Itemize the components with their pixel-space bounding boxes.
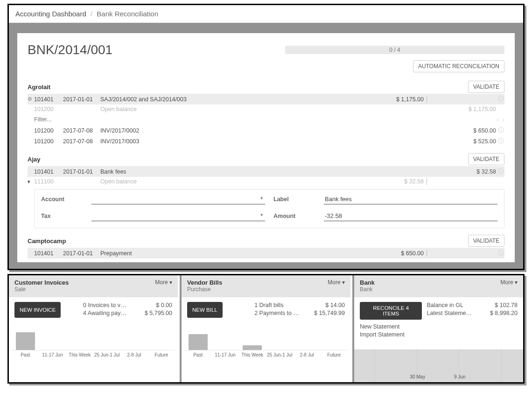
gear-icon[interactable] <box>28 96 34 102</box>
chart-xlabel: This Week <box>239 352 266 357</box>
info-icon[interactable] <box>497 137 504 145</box>
form-label-account: Account <box>41 196 83 203</box>
statement-line[interactable]: 101401 2017-01-01 Prepayment $ 650.00 <box>28 248 504 259</box>
info-icon[interactable] <box>497 126 504 134</box>
statement-name: BNK/2014/001 <box>28 42 112 57</box>
partner-name: Camptocamp <box>28 238 66 245</box>
filter-input[interactable] <box>34 116 90 123</box>
stat-value: $ 0.00 <box>138 302 172 308</box>
card-stats: Balance in GL$ 102.78 Latest Stateme…$ 8… <box>427 302 518 320</box>
partner-block: Camptocamp VALIDATE 101401 2017-01-01 Pr… <box>28 235 504 259</box>
breadcrumb-root[interactable]: Accounting Dashboard <box>15 10 86 18</box>
validate-button[interactable]: VALIDATE <box>468 153 504 165</box>
stat-label[interactable]: 1 Draft bills <box>254 302 284 308</box>
form-label-label: Label <box>273 196 315 203</box>
stat-label[interactable]: 0 Invoices to v… <box>83 302 126 308</box>
line-amount: $ 650.00 <box>376 250 427 257</box>
stat-label[interactable]: Balance in GL <box>427 302 463 308</box>
stat-label[interactable]: 4 Awaiting pay… <box>83 310 126 316</box>
chart-xlabel: 9 Jun <box>439 374 481 379</box>
line-date: 2017-01-01 <box>63 96 100 103</box>
card-subtitle: Bank <box>360 286 375 293</box>
filter-row: ‹ › <box>28 114 504 125</box>
progress-bar: 0 / 4 <box>285 46 504 54</box>
statement-line[interactable]: 101401 2017-01-01 Bank fees $ 32.58 <box>28 166 504 177</box>
stat-label[interactable]: 2 Payments to … <box>254 310 299 316</box>
open-balance-line: ▾ 111100 Open balance $ 32.58 <box>28 177 504 186</box>
match-line[interactable]: 101200 2017-07-08 INV/2017/0003 $ 525.00 <box>28 136 504 147</box>
card-subtitle: Sale <box>14 286 69 293</box>
account-field[interactable] <box>91 194 265 204</box>
line-amount: $ 1,175.00 <box>376 96 427 103</box>
line-amount-right: $ 1,175.00 <box>427 106 497 112</box>
bank-links: New Statement Import Statement <box>360 323 518 339</box>
import-statement-link[interactable]: Import Statement <box>360 331 518 338</box>
card-vendor-bills: Vendor Bills Purchase More ▾ NEW BILL 1 … <box>180 275 350 382</box>
new-bill-button[interactable]: NEW BILL <box>187 302 223 318</box>
info-icon[interactable] <box>497 168 504 175</box>
open-balance-line: 101200 Open balance $ 1,175.00 <box>28 105 504 114</box>
reconciliation-sheet: BNK/2014/001 0 / 4 AUTOMATIC RECONCILIAT… <box>17 33 515 262</box>
chart-xlabel: 30 May <box>397 374 439 379</box>
more-menu[interactable]: More ▾ <box>500 279 518 286</box>
caret-down-icon[interactable]: ▾ <box>28 179 34 185</box>
chart-xlabel <box>354 374 397 379</box>
label-field[interactable] <box>324 194 497 204</box>
info-icon[interactable] <box>497 249 504 257</box>
line-date: 2017-07-08 <box>63 138 100 145</box>
account-code: 101401 <box>34 250 63 257</box>
line-date: 2017-01-01 <box>63 168 100 175</box>
dashboard: Customer Invoices Sale More ▾ NEW INVOIC… <box>9 275 523 382</box>
card-bank: Bank Bank More ▾ RECONCILE 4 ITEMS Balan… <box>352 275 523 382</box>
card-subtitle: Purchase <box>187 286 222 293</box>
line-amount: $ 32.58 <box>376 178 427 185</box>
card-title: Vendor Bills <box>187 279 222 286</box>
line-desc: INV/2017/0002 <box>100 127 376 134</box>
match-line[interactable]: 101200 2017-07-08 INV/2017/0002 $ 650.00 <box>28 125 504 136</box>
breadcrumb-separator: / <box>91 10 92 18</box>
new-invoice-button[interactable]: NEW INVOICE <box>14 302 61 318</box>
bar-chart: Past11-17 JunThis Week25 Jun-1 Jul2-8 Ju… <box>12 330 175 363</box>
line-amount-right: $ 32.58 <box>427 168 497 175</box>
card-customer-invoices: Customer Invoices Sale More ▾ NEW INVOIC… <box>9 275 178 382</box>
account-code: 111100 <box>34 178 63 185</box>
stat-value: $ 102.78 <box>483 302 518 308</box>
content-band: BNK/2014/001 0 / 4 AUTOMATIC RECONCILIAT… <box>9 23 523 269</box>
amount-field[interactable] <box>324 211 497 221</box>
new-statement-link[interactable]: New Statement <box>360 323 518 330</box>
account-code: 101401 <box>34 168 63 175</box>
partner-block: Ajay VALIDATE 101401 2017-01-01 Bank fee… <box>28 153 504 228</box>
automatic-reconciliation-button[interactable]: AUTOMATIC RECONCILIATION <box>413 60 504 72</box>
caret-down-icon: ▾ <box>342 279 345 286</box>
validate-button[interactable]: VALIDATE <box>468 235 504 247</box>
statement-line[interactable]: 101401 2017-01-01 SAJ/2014/002 and SAJ/2… <box>28 94 504 105</box>
partner-name: Ajay <box>28 156 40 163</box>
line-desc: Open balance <box>100 178 376 185</box>
bar <box>189 334 208 350</box>
stat-value: $ 8,998.20 <box>483 310 518 316</box>
chart-xlabel: 11-17 Jun <box>39 352 66 357</box>
chart-xlabel: This Week <box>66 352 93 357</box>
pager-next-icon[interactable]: › <box>502 116 504 123</box>
reconcile-button[interactable]: RECONCILE 4 ITEMS <box>360 302 422 320</box>
card-stats: 1 Draft bills$ 14.00 2 Payments to …$ 15… <box>254 302 345 318</box>
line-desc: SAJ/2014/002 and SAJ/2014/003 <box>100 96 376 103</box>
chart-xlabel <box>481 374 524 379</box>
tax-field[interactable] <box>91 211 265 221</box>
validate-button[interactable]: VALIDATE <box>468 81 504 93</box>
chart-xlabel: Future <box>148 352 175 357</box>
info-icon[interactable] <box>497 95 504 103</box>
chart-xlabel: Past <box>12 352 39 357</box>
more-menu[interactable]: More ▾ <box>328 279 345 286</box>
stat-label[interactable]: Latest Stateme… <box>427 310 472 316</box>
chart-xlabel: 2-8 Jul <box>293 352 320 357</box>
bank-chart: 30 May 9 Jun <box>354 350 523 382</box>
line-desc: Prepayment <box>100 250 376 257</box>
line-amount-right: $ 650.00 <box>427 127 497 134</box>
more-menu[interactable]: More ▾ <box>155 279 172 286</box>
card-title: Bank <box>360 279 375 286</box>
chart-xlabel: 25 Jun-1 Jul <box>266 352 293 357</box>
account-code: 101200 <box>34 127 63 134</box>
pager-prev-icon[interactable]: ‹ <box>497 116 499 123</box>
stat-value: $ 5,795.00 <box>138 310 172 316</box>
